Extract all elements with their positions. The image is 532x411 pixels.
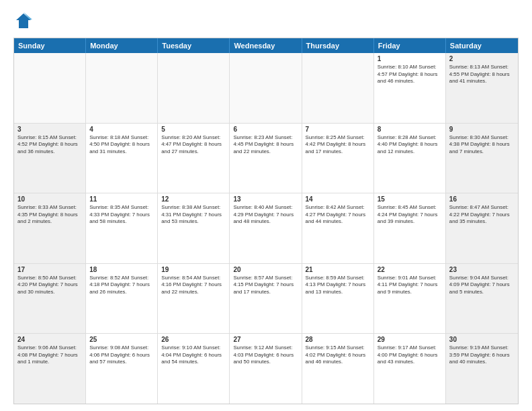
day-number: 20 — [233, 266, 298, 273]
day-number: 10 — [17, 195, 82, 203]
day-number: 30 — [449, 336, 515, 343]
weekday-header: Monday — [86, 38, 158, 53]
calendar-cell: 8Sunrise: 8:28 AM Sunset: 4:40 PM Daylig… — [374, 124, 446, 193]
weekday-header: Tuesday — [158, 38, 230, 53]
calendar-cell: 27Sunrise: 9:12 AM Sunset: 4:03 PM Dayli… — [230, 334, 302, 404]
calendar-cell: 30Sunrise: 9:19 AM Sunset: 3:59 PM Dayli… — [446, 334, 518, 404]
calendar-cell: 22Sunrise: 9:01 AM Sunset: 4:11 PM Dayli… — [374, 264, 446, 334]
day-number: 23 — [449, 266, 515, 273]
day-number: 7 — [306, 126, 370, 133]
cell-detail: Sunrise: 9:06 AM Sunset: 4:08 PM Dayligh… — [17, 345, 82, 366]
calendar-cell: 14Sunrise: 8:42 AM Sunset: 4:27 PM Dayli… — [302, 193, 374, 263]
calendar-cell: 17Sunrise: 8:50 AM Sunset: 4:20 PM Dayli… — [14, 264, 86, 334]
weekday-header: Wednesday — [230, 38, 302, 53]
calendar-row: 17Sunrise: 8:50 AM Sunset: 4:20 PM Dayli… — [14, 263, 518, 334]
day-number: 22 — [378, 266, 442, 273]
day-number: 18 — [89, 266, 154, 273]
cell-detail: Sunrise: 8:30 AM Sunset: 4:38 PM Dayligh… — [449, 134, 515, 156]
logo-icon — [13, 11, 34, 31]
calendar-cell: 13Sunrise: 8:40 AM Sunset: 4:29 PM Dayli… — [230, 193, 302, 263]
day-number: 29 — [378, 336, 442, 343]
day-number: 9 — [449, 126, 515, 133]
day-number: 3 — [17, 126, 82, 133]
cell-detail: Sunrise: 8:57 AM Sunset: 4:15 PM Dayligh… — [233, 275, 298, 296]
cell-detail: Sunrise: 8:45 AM Sunset: 4:24 PM Dayligh… — [378, 204, 442, 226]
calendar-row: 10Sunrise: 8:33 AM Sunset: 4:35 PM Dayli… — [14, 193, 518, 263]
day-number: 28 — [306, 336, 370, 343]
page: SundayMondayTuesdayWednesdayThursdayFrid… — [0, 0, 532, 411]
day-number: 2 — [449, 55, 515, 62]
calendar-cell: 15Sunrise: 8:45 AM Sunset: 4:24 PM Dayli… — [374, 193, 446, 263]
weekday-header: Thursday — [302, 38, 374, 53]
day-number: 25 — [89, 336, 154, 343]
calendar-cell: 1Sunrise: 8:10 AM Sunset: 4:57 PM Daylig… — [374, 53, 446, 123]
cell-detail: Sunrise: 8:15 AM Sunset: 4:52 PM Dayligh… — [17, 134, 82, 156]
calendar-cell: 2Sunrise: 8:13 AM Sunset: 4:55 PM Daylig… — [446, 53, 518, 123]
day-number: 12 — [161, 195, 226, 203]
cell-detail: Sunrise: 9:10 AM Sunset: 4:04 PM Dayligh… — [161, 345, 226, 366]
day-number: 5 — [161, 126, 226, 133]
calendar-cell: 5Sunrise: 8:20 AM Sunset: 4:47 PM Daylig… — [158, 124, 230, 193]
day-number: 11 — [89, 195, 154, 203]
cell-detail: Sunrise: 9:01 AM Sunset: 4:11 PM Dayligh… — [378, 275, 442, 296]
calendar-cell — [230, 53, 302, 123]
day-number: 27 — [233, 336, 298, 343]
cell-detail: Sunrise: 8:40 AM Sunset: 4:29 PM Dayligh… — [233, 204, 298, 226]
cell-detail: Sunrise: 8:23 AM Sunset: 4:45 PM Dayligh… — [233, 134, 298, 156]
cell-detail: Sunrise: 9:12 AM Sunset: 4:03 PM Dayligh… — [233, 345, 298, 366]
calendar-cell: 29Sunrise: 9:17 AM Sunset: 4:00 PM Dayli… — [374, 334, 446, 404]
calendar-cell — [158, 53, 230, 123]
calendar-cell: 11Sunrise: 8:35 AM Sunset: 4:33 PM Dayli… — [86, 193, 158, 263]
weekday-header: Friday — [374, 38, 446, 53]
cell-detail: Sunrise: 8:28 AM Sunset: 4:40 PM Dayligh… — [378, 134, 442, 156]
cell-detail: Sunrise: 8:47 AM Sunset: 4:22 PM Dayligh… — [449, 204, 515, 226]
calendar-row: 1Sunrise: 8:10 AM Sunset: 4:57 PM Daylig… — [14, 53, 518, 123]
cell-detail: Sunrise: 8:59 AM Sunset: 4:13 PM Dayligh… — [306, 275, 370, 296]
day-number: 6 — [233, 126, 298, 133]
calendar-cell — [14, 53, 86, 123]
calendar-cell: 3Sunrise: 8:15 AM Sunset: 4:52 PM Daylig… — [14, 124, 86, 193]
day-number: 8 — [378, 126, 442, 133]
cell-detail: Sunrise: 9:17 AM Sunset: 4:00 PM Dayligh… — [378, 345, 442, 366]
calendar-cell: 10Sunrise: 8:33 AM Sunset: 4:35 PM Dayli… — [14, 193, 86, 263]
calendar-cell: 24Sunrise: 9:06 AM Sunset: 4:08 PM Dayli… — [14, 334, 86, 404]
cell-detail: Sunrise: 8:42 AM Sunset: 4:27 PM Dayligh… — [306, 204, 370, 226]
cell-detail: Sunrise: 9:19 AM Sunset: 3:59 PM Dayligh… — [449, 345, 515, 366]
cell-detail: Sunrise: 8:38 AM Sunset: 4:31 PM Dayligh… — [161, 204, 226, 226]
weekday-header: Saturday — [446, 38, 518, 53]
calendar-cell: 26Sunrise: 9:10 AM Sunset: 4:04 PM Dayli… — [158, 334, 230, 404]
day-number: 13 — [233, 195, 298, 203]
cell-detail: Sunrise: 8:33 AM Sunset: 4:35 PM Dayligh… — [17, 204, 82, 226]
day-number: 19 — [161, 266, 226, 273]
calendar-cell: 23Sunrise: 9:04 AM Sunset: 4:09 PM Dayli… — [446, 264, 518, 334]
calendar-cell: 4Sunrise: 8:18 AM Sunset: 4:50 PM Daylig… — [86, 124, 158, 193]
svg-marker-0 — [16, 13, 31, 28]
calendar-row: 3Sunrise: 8:15 AM Sunset: 4:52 PM Daylig… — [14, 123, 518, 193]
cell-detail: Sunrise: 8:18 AM Sunset: 4:50 PM Dayligh… — [89, 134, 154, 156]
day-number: 1 — [378, 55, 442, 62]
cell-detail: Sunrise: 8:35 AM Sunset: 4:33 PM Dayligh… — [89, 204, 154, 226]
day-number: 17 — [17, 266, 82, 273]
day-number: 24 — [17, 336, 82, 343]
calendar-cell — [302, 53, 374, 123]
calendar-cell: 25Sunrise: 9:08 AM Sunset: 4:06 PM Dayli… — [86, 334, 158, 404]
calendar-cell: 16Sunrise: 8:47 AM Sunset: 4:22 PM Dayli… — [446, 193, 518, 263]
header — [13, 11, 519, 31]
calendar-cell: 6Sunrise: 8:23 AM Sunset: 4:45 PM Daylig… — [230, 124, 302, 193]
cell-detail: Sunrise: 8:10 AM Sunset: 4:57 PM Dayligh… — [378, 64, 442, 85]
cell-detail: Sunrise: 8:52 AM Sunset: 4:18 PM Dayligh… — [89, 275, 154, 296]
calendar-header: SundayMondayTuesdayWednesdayThursdayFrid… — [14, 38, 518, 53]
logo — [13, 11, 36, 31]
cell-detail: Sunrise: 9:08 AM Sunset: 4:06 PM Dayligh… — [89, 345, 154, 366]
cell-detail: Sunrise: 9:15 AM Sunset: 4:02 PM Dayligh… — [306, 345, 370, 366]
day-number: 15 — [378, 195, 442, 203]
calendar-cell: 7Sunrise: 8:25 AM Sunset: 4:42 PM Daylig… — [302, 124, 374, 193]
calendar-cell: 20Sunrise: 8:57 AM Sunset: 4:15 PM Dayli… — [230, 264, 302, 334]
day-number: 21 — [306, 266, 370, 273]
calendar-cell — [86, 53, 158, 123]
calendar-cell: 12Sunrise: 8:38 AM Sunset: 4:31 PM Dayli… — [158, 193, 230, 263]
calendar-cell: 28Sunrise: 9:15 AM Sunset: 4:02 PM Dayli… — [302, 334, 374, 404]
cell-detail: Sunrise: 8:20 AM Sunset: 4:47 PM Dayligh… — [161, 134, 226, 156]
calendar-cell: 19Sunrise: 8:54 AM Sunset: 4:16 PM Dayli… — [158, 264, 230, 334]
calendar-cell: 18Sunrise: 8:52 AM Sunset: 4:18 PM Dayli… — [86, 264, 158, 334]
